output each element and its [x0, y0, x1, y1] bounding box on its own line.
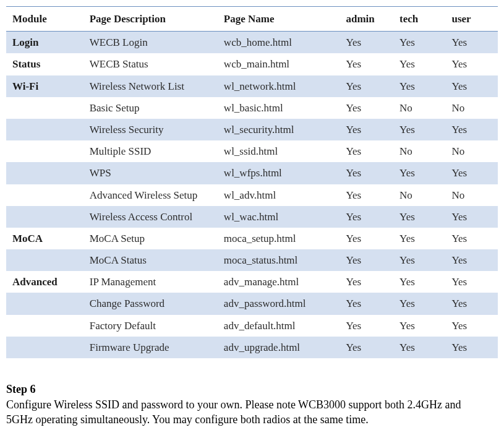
cell-page-description: WECB Status — [83, 53, 218, 75]
cell-admin: Yes — [340, 97, 393, 119]
cell-page-description: WPS — [83, 162, 218, 184]
cell-admin: Yes — [340, 315, 393, 337]
cell-module: Advanced — [6, 271, 83, 293]
cell-admin: Yes — [340, 53, 393, 75]
cell-tech: No — [393, 184, 445, 206]
cell-tech: No — [393, 140, 445, 162]
cell-admin: Yes — [340, 206, 393, 228]
cell-page-description: WECB Login — [83, 32, 218, 54]
col-page-name: Page Name — [218, 7, 340, 32]
table-row: Basic Setupwl_basic.htmlYesNoNo — [6, 97, 498, 119]
table-body: LoginWECB Loginwcb_home.htmlYesYesYesSta… — [6, 32, 498, 358]
cell-user: Yes — [445, 119, 498, 140]
col-user: user — [445, 7, 498, 32]
cell-tech: Yes — [393, 119, 445, 140]
col-module: Module — [6, 7, 83, 32]
cell-page-name: wcb_home.html — [218, 32, 340, 54]
cell-page-name: wcb_main.html — [218, 53, 340, 75]
cell-admin: Yes — [340, 293, 393, 314]
cell-module — [6, 249, 83, 271]
col-admin: admin — [340, 7, 393, 32]
cell-user: Yes — [445, 293, 498, 314]
cell-tech: Yes — [393, 293, 445, 314]
cell-page-description: Change Password — [83, 293, 218, 314]
cell-module — [6, 337, 83, 358]
cell-tech: Yes — [393, 206, 445, 228]
permissions-table: Module Page Description Page Name admin … — [6, 6, 498, 358]
cell-page-description: Basic Setup — [83, 97, 218, 119]
cell-admin: Yes — [340, 140, 393, 162]
cell-user: No — [445, 184, 498, 206]
cell-tech: Yes — [393, 228, 445, 249]
cell-admin: Yes — [340, 249, 393, 271]
cell-module — [6, 315, 83, 337]
cell-module — [6, 97, 83, 119]
cell-page-description: Firmware Upgrade — [83, 337, 218, 358]
cell-module — [6, 184, 83, 206]
cell-admin: Yes — [340, 162, 393, 184]
cell-admin: Yes — [340, 75, 393, 97]
cell-module — [6, 162, 83, 184]
table-row: Wireless Access Controlwl_wac.htmlYesYes… — [6, 206, 498, 228]
table-row: Factory Defaultadv_default.htmlYesYesYes — [6, 315, 498, 337]
cell-module: Wi-Fi — [6, 75, 83, 97]
table-row: AdvancedIP Managementadv_manage.htmlYesY… — [6, 271, 498, 293]
cell-admin: Yes — [340, 228, 393, 249]
table-row: Wi-FiWireless Network Listwl_network.htm… — [6, 75, 498, 97]
table-row: Advanced Wireless Setupwl_adv.htmlYesNoN… — [6, 184, 498, 206]
table-header-row: Module Page Description Page Name admin … — [6, 7, 498, 32]
cell-page-name: wl_security.html — [218, 119, 340, 140]
cell-page-name: adv_manage.html — [218, 271, 340, 293]
cell-page-name: wl_wfps.html — [218, 162, 340, 184]
cell-user: Yes — [445, 249, 498, 271]
cell-page-description: Factory Default — [83, 315, 218, 337]
cell-page-description: Wireless Access Control — [83, 206, 218, 228]
cell-page-name: wl_adv.html — [218, 184, 340, 206]
cell-tech: Yes — [393, 32, 445, 54]
cell-module: Status — [6, 53, 83, 75]
cell-admin: Yes — [340, 271, 393, 293]
cell-user: Yes — [445, 337, 498, 358]
cell-page-name: moca_setup.html — [218, 228, 340, 249]
cell-user: Yes — [445, 228, 498, 249]
cell-user: Yes — [445, 32, 498, 54]
step-heading: Step 6 — [6, 383, 498, 396]
cell-user: Yes — [445, 162, 498, 184]
cell-tech: Yes — [393, 315, 445, 337]
table-row: MoCA Statusmoca_status.htmlYesYesYes — [6, 249, 498, 271]
cell-module: MoCA — [6, 228, 83, 249]
cell-page-description: MoCA Status — [83, 249, 218, 271]
table-row: MoCAMoCA Setupmoca_setup.htmlYesYesYes — [6, 228, 498, 249]
table-row: Change Passwordadv_password.htmlYesYesYe… — [6, 293, 498, 314]
cell-page-description: Wireless Security — [83, 119, 218, 140]
cell-user: No — [445, 140, 498, 162]
cell-tech: Yes — [393, 53, 445, 75]
table-row: Multiple SSIDwl_ssid.htmlYesNoNo — [6, 140, 498, 162]
cell-page-name: moca_status.html — [218, 249, 340, 271]
cell-admin: Yes — [340, 32, 393, 54]
cell-tech: Yes — [393, 337, 445, 358]
cell-user: Yes — [445, 53, 498, 75]
cell-page-description: Advanced Wireless Setup — [83, 184, 218, 206]
cell-module — [6, 206, 83, 228]
table-row: Wireless Securitywl_security.htmlYesYesY… — [6, 119, 498, 140]
cell-page-description: Multiple SSID — [83, 140, 218, 162]
cell-user: Yes — [445, 271, 498, 293]
table-row: WPSwl_wfps.htmlYesYesYes — [6, 162, 498, 184]
cell-tech: Yes — [393, 162, 445, 184]
cell-page-name: wl_network.html — [218, 75, 340, 97]
cell-tech: Yes — [393, 271, 445, 293]
cell-tech: Yes — [393, 75, 445, 97]
cell-page-name: adv_default.html — [218, 315, 340, 337]
cell-user: No — [445, 97, 498, 119]
cell-user: Yes — [445, 315, 498, 337]
cell-admin: Yes — [340, 119, 393, 140]
table-row: StatusWECB Statuswcb_main.htmlYesYesYes — [6, 53, 498, 75]
col-tech: tech — [393, 7, 445, 32]
cell-admin: Yes — [340, 337, 393, 358]
cell-user: Yes — [445, 75, 498, 97]
table-row: Firmware Upgradeadv_upgrade.htmlYesYesYe… — [6, 337, 498, 358]
cell-module — [6, 119, 83, 140]
cell-page-description: MoCA Setup — [83, 228, 218, 249]
col-page-description: Page Description — [83, 7, 218, 32]
